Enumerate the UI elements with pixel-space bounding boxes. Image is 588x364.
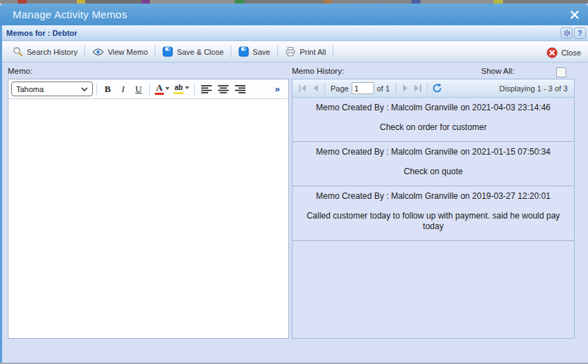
toolbar-separator bbox=[333, 46, 333, 58]
last-page-button[interactable] bbox=[411, 82, 424, 95]
save-close-label: Save & Close bbox=[177, 48, 224, 56]
memo-entry-body: Check on order for customer bbox=[297, 122, 570, 133]
page-count-label: of 1 bbox=[377, 84, 390, 93]
save-icon bbox=[238, 46, 249, 57]
subheader-bar: Memos for : Debtor ? bbox=[2, 25, 588, 41]
memo-entry-header: Memo Created By : Malcolm Granville on 2… bbox=[297, 191, 570, 201]
search-history-button[interactable]: Search History bbox=[8, 44, 82, 59]
dialog-body: Memos for : Debtor ? bbox=[0, 25, 588, 363]
save-button[interactable]: Save bbox=[234, 44, 275, 59]
pager-separator bbox=[427, 83, 428, 94]
memo-entry-body: Check on quote bbox=[297, 167, 570, 177]
font-color-button[interactable]: A bbox=[153, 83, 171, 95]
editor-toolbar-separator bbox=[194, 84, 195, 95]
view-memo-label: View Memo bbox=[108, 48, 148, 56]
dialog-title: Manage Activity Memos bbox=[0, 8, 127, 20]
save-close-button[interactable]: Save & Close bbox=[158, 44, 229, 59]
search-icon bbox=[13, 46, 23, 57]
pager-separator bbox=[324, 83, 325, 94]
dialog-titlebar[interactable]: Manage Activity Memos bbox=[0, 4, 588, 25]
refresh-button[interactable] bbox=[430, 82, 443, 95]
help-button[interactable]: ? bbox=[574, 27, 586, 39]
chevron-down-icon bbox=[81, 87, 88, 91]
close-red-icon bbox=[547, 47, 558, 58]
memo-history-entry[interactable]: Memo Created By : Malcolm Granville on 2… bbox=[293, 186, 574, 241]
first-page-button[interactable] bbox=[296, 82, 309, 95]
align-center-button[interactable] bbox=[215, 82, 231, 96]
toolbar-separator bbox=[231, 46, 231, 58]
save-label: Save bbox=[253, 48, 270, 56]
memo-editor-panel: Tahoma B I U A bbox=[8, 79, 289, 339]
memo-history-label: Memo History: bbox=[292, 67, 344, 75]
memo-text-area[interactable] bbox=[8, 99, 288, 338]
memo-label: Memo: bbox=[8, 67, 32, 75]
close-x-icon[interactable] bbox=[569, 9, 580, 20]
displaying-count-label: Displaying 1 - 3 of 3 bbox=[499, 84, 570, 93]
dialog-footer bbox=[2, 340, 588, 361]
page-number-input[interactable] bbox=[352, 82, 374, 94]
next-page-icon bbox=[402, 84, 409, 92]
dropdown-caret-icon bbox=[185, 86, 189, 89]
highlight-color-button[interactable]: ab bbox=[172, 84, 191, 94]
editor-toolbar: Tahoma B I U A bbox=[8, 79, 288, 99]
question-mark-icon: ? bbox=[577, 30, 582, 37]
memo-entry-header: Memo Created By : Malcolm Granville on 2… bbox=[297, 103, 570, 112]
font-family-value: Tahoma bbox=[16, 85, 44, 93]
next-page-button[interactable] bbox=[399, 82, 411, 95]
page-label: Page bbox=[331, 84, 349, 93]
toolbar-separator bbox=[155, 46, 155, 58]
align-center-icon bbox=[218, 85, 229, 93]
show-all-label: Show All: bbox=[481, 67, 514, 75]
pagination-bar: Page of 1 bbox=[293, 79, 574, 98]
eye-icon bbox=[92, 48, 104, 56]
dropdown-caret-icon bbox=[165, 87, 170, 90]
main-toolbar: Search History View Memo bbox=[2, 41, 588, 63]
font-color-icon: A bbox=[155, 83, 164, 95]
subheader-buttons: ? bbox=[561, 27, 586, 39]
memo-history-entry[interactable]: Memo Created By : Malcolm Granville on 2… bbox=[293, 98, 574, 142]
close-label: Close bbox=[561, 48, 581, 57]
memo-history-entry[interactable]: Memo Created By : Malcolm Granville on 2… bbox=[293, 142, 574, 186]
last-page-icon bbox=[414, 84, 422, 92]
toolbar-overflow-button[interactable]: » bbox=[269, 84, 286, 94]
align-right-button[interactable] bbox=[232, 82, 248, 96]
align-left-button[interactable] bbox=[198, 82, 214, 96]
prev-page-icon bbox=[312, 84, 319, 92]
editor-toolbar-separator bbox=[149, 84, 150, 95]
memo-entry-body: Called customer today to follow up with … bbox=[297, 211, 570, 232]
refresh-icon bbox=[432, 83, 442, 93]
italic-button[interactable]: I bbox=[116, 82, 130, 96]
search-history-label: Search History bbox=[27, 48, 77, 56]
bold-button[interactable]: B bbox=[101, 82, 115, 96]
prev-page-button[interactable] bbox=[309, 82, 321, 95]
print-all-button[interactable]: Print All bbox=[280, 44, 331, 59]
close-button[interactable]: Close bbox=[542, 45, 586, 60]
memo-entry-header: Memo Created By : Malcolm Granville on 2… bbox=[297, 147, 570, 157]
view-memo-button[interactable]: View Memo bbox=[87, 46, 153, 58]
memo-history-list: Memo Created By : Malcolm Granville on 2… bbox=[293, 98, 574, 338]
editor-toolbar-separator bbox=[96, 84, 97, 95]
print-all-label: Print All bbox=[300, 48, 326, 56]
align-right-icon bbox=[235, 85, 245, 93]
font-family-select[interactable]: Tahoma bbox=[11, 82, 93, 96]
align-left-icon bbox=[201, 85, 212, 93]
save-icon bbox=[162, 46, 173, 57]
pager-separator bbox=[395, 83, 396, 94]
printer-icon bbox=[285, 46, 296, 57]
memo-history-panel: Page of 1 bbox=[292, 79, 575, 339]
toolbar-separator bbox=[84, 46, 85, 58]
gear-icon bbox=[563, 29, 571, 37]
subheader-title: Memos for : Debtor bbox=[2, 29, 77, 37]
first-page-icon bbox=[298, 84, 307, 92]
settings-button[interactable] bbox=[561, 27, 573, 39]
highlight-icon: ab bbox=[174, 84, 184, 94]
underline-button[interactable]: U bbox=[132, 82, 146, 96]
show-all-checkbox[interactable] bbox=[556, 67, 566, 77]
toolbar-separator bbox=[277, 46, 278, 58]
screen: Manage Activity Memos Memos for : Debtor bbox=[0, 0, 588, 364]
